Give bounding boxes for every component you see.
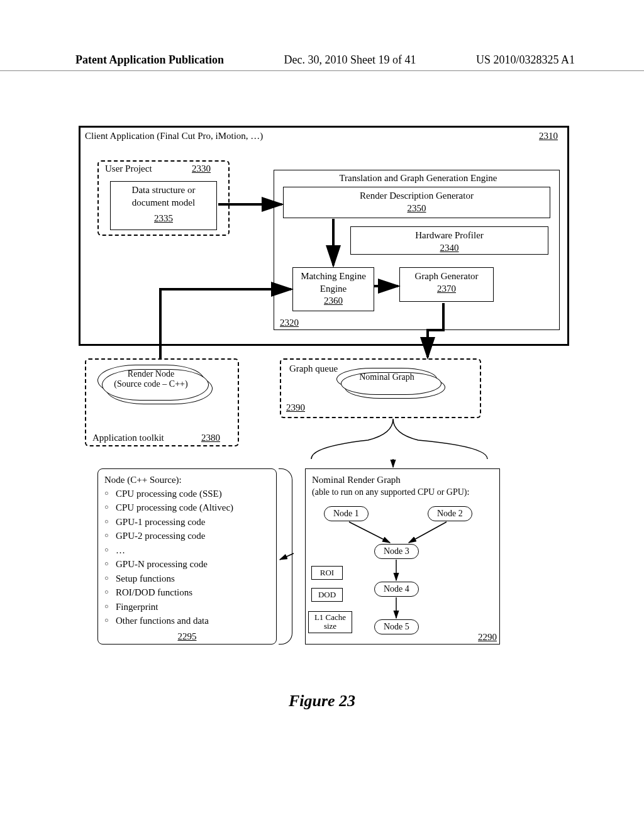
figure-caption: Figure 23: [0, 692, 644, 711]
node-source-ref: 2295: [104, 631, 270, 643]
translation-outer-ref: 2320: [280, 318, 299, 328]
ns-8: Fingerprint: [104, 600, 270, 614]
matching-engine-box: Matching Engine Engine 2360: [292, 267, 374, 311]
ns-1: CPU processing code (Altivec): [104, 501, 270, 515]
tag-l1: L1 Cache size: [308, 611, 352, 633]
ns-2: GPU-1 processing code: [104, 515, 270, 529]
data-structure-text: Data structure or document model: [114, 184, 213, 209]
rn1: Render Node: [98, 365, 204, 379]
rn2: (Source code – C++): [98, 379, 204, 389]
client-app-title: Client Application (Final Cut Pro, iMoti…: [85, 131, 263, 141]
gg-title: Graph Generator: [404, 270, 489, 283]
node-2: Node 2: [428, 506, 472, 521]
hw-profiler-ref: 2340: [355, 242, 544, 255]
brace-icon: [279, 468, 292, 645]
page-header: Patent Application Publication Dec. 30, …: [0, 53, 644, 71]
render-desc-ref: 2350: [287, 202, 546, 215]
user-project-title: User Project: [105, 163, 152, 174]
user-project-ref: 2330: [192, 163, 211, 174]
data-structure-ref: 2335: [114, 213, 213, 225]
node-source-list: CPU processing code (SSE) CPU processing…: [104, 487, 270, 628]
toolkit-ref: 2380: [201, 433, 220, 443]
node-source-title: Node (C++ Source):: [104, 474, 270, 487]
graph-generator-box: Graph Generator 2370: [399, 267, 494, 302]
diagram-canvas: Client Application (Final Cut Pro, iMoti…: [79, 126, 569, 692]
data-structure-box: Data structure or document model 2335: [110, 181, 217, 230]
graph-queue-title: Graph queue: [289, 363, 338, 374]
header-center: Dec. 30, 2010 Sheet 19 of 41: [284, 53, 416, 67]
header-right: US 2010/0328325 A1: [476, 53, 575, 67]
translation-title: Translation and Graph Generation Engine: [292, 173, 544, 184]
header-left: Patent Application Publication: [75, 53, 224, 67]
ns-0: CPU processing code (SSE): [104, 487, 270, 501]
tag-roi: ROI: [311, 566, 343, 580]
matching-title: Matching Engine: [297, 270, 370, 283]
matching-ref: 2360: [297, 295, 370, 307]
node-source-box: Node (C++ Source): CPU processing code (…: [97, 468, 277, 645]
rg-title: Nominal Render Graph: [312, 474, 493, 487]
ns-6: Setup functions: [104, 572, 270, 586]
ns-9: Other functions and data: [104, 614, 270, 628]
client-app-ref: 2310: [539, 131, 558, 141]
rg-ref: 2290: [478, 632, 497, 643]
toolkit-title: Application toolkit: [92, 433, 164, 443]
ns-4: …: [104, 543, 270, 558]
render-desc-box: Render Description Generator 2350: [283, 187, 550, 218]
render-desc-title: Render Description Generator: [287, 190, 546, 202]
ns-3: GPU-2 processing code: [104, 529, 270, 543]
ns-7: ROI/DOD functions: [104, 585, 270, 600]
rg-sub: (able to run on any supported CPU or GPU…: [312, 487, 493, 498]
ns-5: GPU-N processing code: [104, 557, 270, 572]
nominal-graph-text: Nominal Graph: [359, 372, 414, 382]
hw-profiler-box: Hardware Profiler 2340: [350, 226, 548, 255]
tag-dod: DOD: [311, 588, 343, 602]
nominal-graph-oval: Nominal Graph: [336, 368, 437, 390]
gg-ref: 2370: [404, 283, 489, 296]
render-node-oval: Render Node (Source code – C++): [97, 365, 204, 396]
node-5: Node 5: [374, 619, 419, 634]
node-1: Node 1: [324, 506, 369, 521]
graph-queue-ref: 2390: [286, 402, 305, 413]
node-4: Node 4: [374, 582, 419, 597]
node-3: Node 3: [374, 544, 419, 559]
hw-profiler-title: Hardware Profiler: [355, 230, 544, 242]
